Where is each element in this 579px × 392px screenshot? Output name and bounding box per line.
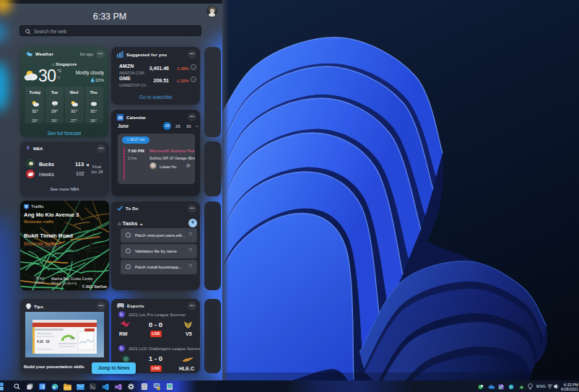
svg-text:130: 130 <box>70 336 75 340</box>
svg-text:8: 8 <box>25 205 27 209</box>
svg-text:28: 28 <box>118 116 123 120</box>
